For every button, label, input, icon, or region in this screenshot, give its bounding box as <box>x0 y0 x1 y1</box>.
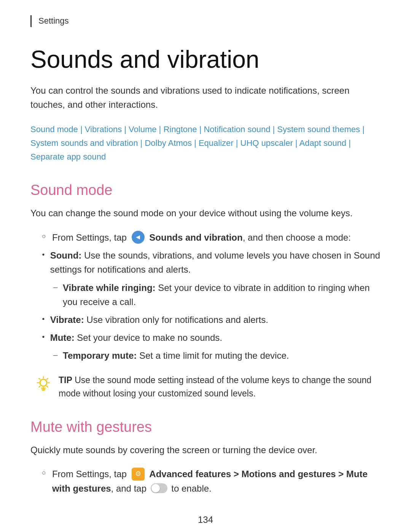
mute-item-text: Mute: Set your device to make no sounds. <box>50 331 222 345</box>
mute-gestures-instruction: ○ From Settings, tap Advanced features >… <box>30 467 381 495</box>
tip-icon <box>34 374 53 393</box>
nav-link-dolby[interactable]: Dolby Atmos <box>145 138 192 148</box>
sound-item: • Sound: Use the sounds, vibrations, and… <box>30 248 381 276</box>
mute-item: • Mute: Set your device to make no sound… <box>30 331 381 345</box>
temporary-mute-item: – Temporary mute: Set a time limit for m… <box>30 348 381 363</box>
advanced-features-icon <box>132 468 145 481</box>
nav-link-separate-app[interactable]: Separate app sound <box>30 152 106 161</box>
breadcrumb: Settings <box>30 15 381 27</box>
sound-item-text: Sound: Use the sounds, vibrations, and v… <box>50 248 381 276</box>
dash-bullet-icon: – <box>53 281 57 294</box>
mute-gestures-section: Mute with gestures Quickly mute sounds b… <box>30 419 381 495</box>
page-number: 134 <box>30 499 381 532</box>
sound-mode-instruction-text: From Settings, tap Sounds and vibration,… <box>52 230 351 245</box>
dash-bullet-icon-2: – <box>53 348 57 361</box>
circle-bullet-icon: ○ <box>42 232 46 240</box>
tip-box: TIP Use the sound mode setting instead o… <box>30 374 381 401</box>
nav-link-system-sound-themes[interactable]: System sound themes <box>277 125 360 134</box>
sound-mode-description: You can change the sound mode on your de… <box>30 206 381 220</box>
mute-gestures-instruction-text: From Settings, tap Advanced features > M… <box>52 467 381 495</box>
page-description: You can control the sounds and vibration… <box>30 83 373 112</box>
nav-link-ringtone[interactable]: Ringtone <box>163 125 197 134</box>
tip-text: TIP Use the sound mode setting instead o… <box>59 374 377 401</box>
dot-bullet-icon-3: • <box>42 331 45 343</box>
nav-link-notification-sound[interactable]: Notification sound <box>204 125 270 134</box>
temporary-mute-text: Temporary mute: Set a time limit for mut… <box>63 348 289 363</box>
svg-line-7 <box>47 378 48 379</box>
nav-link-equalizer[interactable]: Equalizer <box>199 138 234 148</box>
nav-link-vibrations[interactable]: Vibrations <box>85 125 122 134</box>
mute-gestures-description: Quickly mute sounds by covering the scre… <box>30 443 381 457</box>
svg-line-8 <box>39 386 40 387</box>
vibrate-while-ringing-item: – Vibrate while ringing: Set your device… <box>30 281 381 309</box>
nav-link-uhq[interactable]: UHQ upscaler <box>241 138 293 148</box>
vibrate-while-ringing-text: Vibrate while ringing: Set your device t… <box>63 281 381 309</box>
nav-link-system-sounds[interactable]: System sounds and vibration <box>30 138 138 148</box>
dot-bullet-icon-2: • <box>42 313 45 326</box>
svg-point-0 <box>40 379 47 386</box>
nav-link-sound-mode[interactable]: Sound mode <box>30 125 78 134</box>
sound-mode-instruction: ○ From Settings, tap Sounds and vibratio… <box>30 230 381 245</box>
nav-link-volume[interactable]: Volume <box>129 125 156 134</box>
tip-label: TIP <box>59 375 72 385</box>
nav-links[interactable]: Sound mode | Vibrations | Volume | Ringt… <box>30 123 381 164</box>
toggle-switch-icon <box>151 483 167 493</box>
svg-line-6 <box>47 386 48 387</box>
vibrate-item: • Vibrate: Use vibration only for notifi… <box>30 313 381 327</box>
sounds-vibration-icon <box>132 231 145 244</box>
svg-line-5 <box>39 378 40 379</box>
dot-bullet-icon: • <box>42 248 45 261</box>
nav-link-adapt[interactable]: Adapt sound <box>299 138 346 148</box>
page-title: Sounds and vibration <box>30 46 381 73</box>
circle-bullet-icon-2: ○ <box>42 469 46 477</box>
vibrate-item-text: Vibrate: Use vibration only for notifica… <box>50 313 268 327</box>
mute-gestures-title: Mute with gestures <box>30 419 381 435</box>
sound-mode-title: Sound mode <box>30 182 381 198</box>
